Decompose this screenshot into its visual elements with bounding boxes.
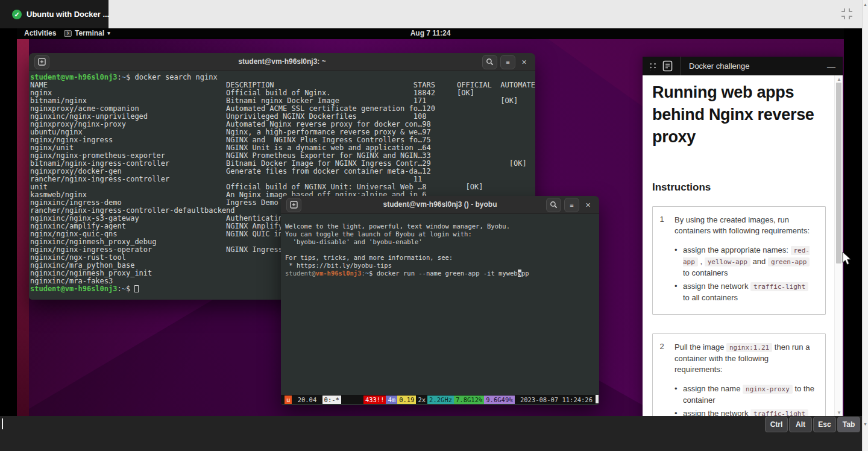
status-segment: 2.2GHz (427, 396, 454, 404)
virtual-key-tab[interactable]: Tab (837, 417, 860, 432)
panel-scrollbar[interactable]: ▲ ▼ (834, 75, 843, 416)
close-button[interactable]: × (517, 55, 532, 69)
virtual-key-alt[interactable]: Alt (789, 417, 812, 432)
status-segment: u (285, 396, 292, 404)
byobu-status-bar: u 20.04 0:-*433!!4m0.192x2.2GHz7.8G12%9.… (281, 395, 599, 404)
minimize-button[interactable]: — (827, 62, 835, 71)
close-button[interactable]: × (580, 198, 596, 212)
document-icon (662, 60, 673, 72)
new-tab-icon (38, 58, 46, 66)
byobu-prompt-line[interactable]: student@vm-h96sl0nj3:~$ docker run --nam… (285, 270, 599, 277)
divider (680, 57, 681, 75)
terminal1-title: student@vm-h96sl0nj3: ~ (29, 57, 535, 66)
byobu-scrollbar[interactable] (596, 395, 599, 403)
new-tab-button[interactable] (34, 55, 49, 69)
step-bullet-list: assign the appropriate names: red-app , … (675, 245, 817, 303)
status-segment: 9.6G49% (484, 396, 514, 404)
instruction-step: 1By using the created images, run contai… (652, 206, 826, 315)
scrollbar-thumb[interactable] (836, 83, 841, 263)
code-chip: green-app (768, 257, 810, 266)
search-button[interactable] (482, 55, 497, 69)
step-bullet: assign the network traffic-light to the … (675, 408, 817, 416)
virtual-keyboard: CtrlAltEscTab (765, 417, 860, 432)
terminal-window-byobu[interactable]: student@vm-h96sl0nj3 () - byobu ≡ × Welc… (281, 196, 599, 405)
code-chip: traffic-light (750, 282, 808, 291)
step-bullet: assign the appropriate names: red-app , … (675, 245, 817, 279)
step-bullet: assign the network traffic-light to all … (675, 281, 817, 303)
scroll-up-icon[interactable]: ▲ (837, 77, 841, 82)
menu-button[interactable]: ≡ (500, 55, 515, 69)
step-content: Pull the image nginx:1.21 then run a con… (675, 342, 817, 416)
step-lead-text: Pull the image nginx:1.21 then run a con… (675, 342, 817, 375)
challenge-panel-body: Running web apps behind Nginx reverse pr… (643, 75, 843, 416)
byobu-titlebar[interactable]: student@vm-h96sl0nj3 () - byobu ≡ × (281, 196, 599, 214)
search-button[interactable] (546, 198, 561, 212)
scroll-down-icon[interactable]: ▼ (837, 410, 841, 415)
page-scrollbar[interactable]: ▲ ▼ (862, 0, 868, 451)
wallpaper-stripe (17, 39, 29, 416)
code-chip: nginx:1.21 (726, 343, 772, 352)
new-tab-button[interactable] (286, 198, 301, 212)
clock[interactable]: Aug 7 11:24 (17, 29, 844, 37)
step-number: 1 (658, 215, 666, 306)
bottom-strip: CtrlAltEscTab (0, 416, 862, 451)
scroll-down-icon[interactable]: ▼ (863, 422, 867, 426)
challenge-panel: Docker challenge — Running web apps behi… (643, 57, 843, 416)
status-segment: 7.8G12% (454, 396, 484, 404)
tab-title: Ubuntu with Docker ... (27, 10, 109, 19)
virtual-key-ctrl[interactable]: Ctrl (765, 417, 788, 432)
status-segment: 0:-* (322, 396, 341, 404)
instructions-label: Instructions (652, 181, 711, 194)
challenge-panel-header[interactable]: Docker challenge — (643, 57, 843, 75)
menu-button[interactable]: ≡ (564, 198, 579, 212)
scroll-up-icon[interactable]: ▲ (863, 2, 867, 7)
instruction-steps: 1By using the created images, run contai… (652, 206, 826, 416)
fullscreen-toggle-icon[interactable] (841, 8, 852, 19)
step-lead-text: By using the created images, run contain… (675, 215, 817, 236)
code-chip: yellow-app (705, 257, 750, 266)
text-caret (2, 418, 3, 429)
drag-handle-icon[interactable] (648, 62, 656, 71)
status-segment: 0.19 (397, 396, 416, 404)
status-segment: 2023-08-07 11:24:26 (515, 396, 594, 404)
terminal1-titlebar[interactable]: student@vm-h96sl0nj3: ~ ≡ × (29, 53, 535, 71)
instruction-step: 2Pull the image nginx:1.21 then run a co… (652, 333, 826, 416)
code-chip: nginx-proxy (743, 385, 793, 394)
search-icon (550, 201, 558, 209)
challenge-title: Docker challenge (689, 62, 749, 71)
virtual-key-esc[interactable]: Esc (813, 417, 836, 432)
check-circle-icon: ✓ (12, 10, 22, 19)
new-tab-icon (290, 201, 298, 209)
byobu-welcome-text: Welcome to the light, powerful, text win… (285, 222, 599, 270)
search-icon (486, 58, 494, 66)
step-number: 2 (658, 342, 666, 416)
code-chip: traffic-light (750, 409, 808, 416)
byobu-output[interactable]: Welcome to the light, powerful, text win… (281, 214, 599, 386)
step-content: By using the created images, run contain… (675, 215, 817, 306)
status-segment: 4m (386, 396, 397, 404)
status-segment: 433!! (363, 396, 386, 404)
vm-display: Activities ❯ Terminal ▾ Aug 7 11:24 stud… (0, 28, 862, 416)
browser-tab-strip: ✓ Ubuntu with Docker ... (0, 0, 868, 28)
challenge-heading: Running web apps behind Nginx reverse pr… (652, 81, 828, 148)
terminal1-cursor (134, 285, 139, 292)
vm-tab[interactable]: ✓ Ubuntu with Docker ... (0, 0, 108, 28)
step-bullet-list: assign the name nginx-proxy to the conta… (675, 383, 817, 416)
step-bullet: assign the name nginx-proxy to the conta… (675, 383, 817, 406)
status-segment: 2x (416, 396, 427, 404)
gnome-top-bar: Activities ❯ Terminal ▾ Aug 7 11:24 (17, 28, 844, 39)
screen: ✓ Ubuntu with Docker ... Activities ❯ Te… (0, 0, 868, 451)
status-segment: 20.04 (292, 396, 322, 404)
